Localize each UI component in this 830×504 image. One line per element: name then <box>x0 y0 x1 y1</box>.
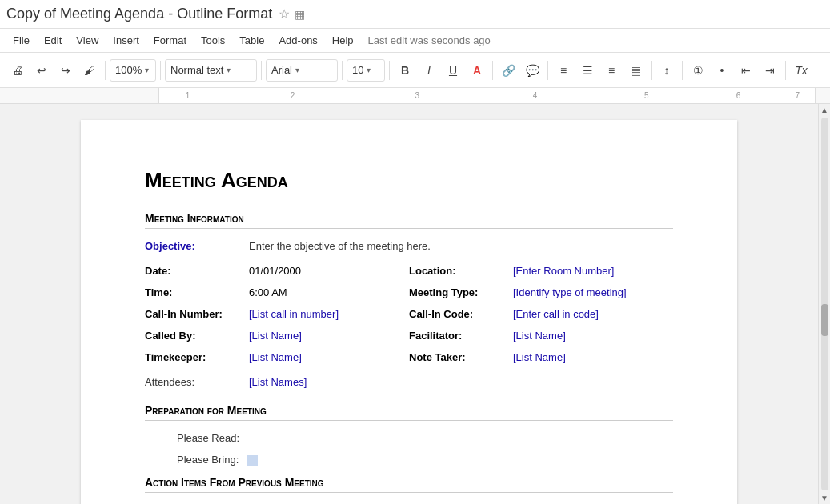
facilitator-label: Facilitator: <box>409 330 513 342</box>
facilitator-value: [List Name] <box>513 330 641 342</box>
separator-5 <box>389 61 390 80</box>
align-center-button[interactable]: ☰ <box>576 59 599 82</box>
align-right-button[interactable]: ≡ <box>600 59 623 82</box>
scroll-thumb[interactable] <box>821 304 828 336</box>
decrease-indent-button[interactable]: ⇤ <box>735 59 757 82</box>
scroll-up-button[interactable]: ▲ <box>820 106 828 114</box>
scroll-track[interactable] <box>821 118 828 490</box>
note-taker-value: [List Name] <box>513 351 641 363</box>
menu-format[interactable]: Format <box>147 32 193 49</box>
objective-label: Objective: <box>145 240 249 252</box>
ruler-mark-1: 1 <box>186 91 190 100</box>
ruler: 1 2 3 4 5 6 7 <box>0 88 830 104</box>
undo-button[interactable]: ↩ <box>30 59 53 82</box>
attendees-label: Attendees: <box>145 376 249 388</box>
redo-button[interactable]: ↪ <box>54 59 77 82</box>
prep-read-item: Please Read: <box>177 432 673 444</box>
action-items-heading: Action Items From Previous Meeting <box>145 476 673 493</box>
objective-value: Enter the objective of the meeting here. <box>249 240 431 252</box>
fields-grid: Date: 01/01/2000 Location: [Enter Room N… <box>145 265 673 368</box>
main-area: Meeting Agenda Meeting Information Objec… <box>0 104 830 504</box>
size-dropdown[interactable]: 10 ▾ <box>347 59 385 82</box>
prep-bring-label: Please Bring: <box>177 454 239 466</box>
doc-title[interactable]: Copy of Meeting Agenda - Outline Format <box>6 6 272 22</box>
date-label: Date: <box>145 265 249 277</box>
zoom-chevron: ▾ <box>145 66 149 74</box>
italic-button[interactable]: I <box>418 59 440 82</box>
preparation-section: Preparation for Meeting Please Read: Ple… <box>145 404 673 466</box>
folder-icon[interactable]: ▦ <box>295 8 305 21</box>
note-taker-label: Note Taker: <box>409 351 513 363</box>
callin-code-value: [Enter call in code] <box>513 308 641 320</box>
justify-button[interactable]: ▤ <box>624 59 647 82</box>
font-chevron: ▾ <box>295 66 299 74</box>
preparation-heading: Preparation for Meeting <box>145 404 673 421</box>
ruler-mark-6: 6 <box>736 91 741 100</box>
timekeeper-label: Timekeeper: <box>145 351 249 363</box>
menu-tools[interactable]: Tools <box>194 32 231 49</box>
info-row-5: Timekeeper: [List Name] Note Taker: [Lis… <box>145 351 673 368</box>
menu-file[interactable]: File <box>6 32 36 49</box>
prep-read-label: Please Read: <box>177 432 239 444</box>
info-row-3: Call-In Number: [List call in number] Ca… <box>145 308 673 325</box>
separator-10 <box>785 61 786 80</box>
prep-bring-placeholder <box>247 455 258 466</box>
time-value: 6:00 AM <box>249 286 377 298</box>
zoom-dropdown[interactable]: 100% ▾ <box>110 59 156 82</box>
date-value: 01/01/2000 <box>249 265 377 277</box>
font-value: Arial <box>271 64 292 76</box>
paint-format-button[interactable]: 🖌 <box>78 59 101 82</box>
align-left-button[interactable]: ≡ <box>552 59 575 82</box>
increase-indent-button[interactable]: ⇥ <box>759 59 781 82</box>
ruler-mark-7: 7 <box>795 91 800 100</box>
objective-row: Objective: Enter the objective of the me… <box>145 240 673 252</box>
info-row-2: Time: 6:00 AM Meeting Type: [Identify ty… <box>145 286 673 303</box>
attendees-value: [List Names] <box>249 376 307 388</box>
style-value: Normal text <box>170 64 223 76</box>
action-items-section: Action Items From Previous Meeting Item/… <box>145 476 673 504</box>
timekeeper-value: [List Name] <box>249 351 377 363</box>
numbered-list-button[interactable]: ① <box>687 59 709 82</box>
meeting-info-section: Meeting Information Objective: Enter the… <box>145 212 673 388</box>
menu-edit[interactable]: Edit <box>38 32 68 49</box>
callin-code-label: Call-In Code: <box>409 308 513 320</box>
doc-heading: Meeting Agenda <box>145 168 673 193</box>
line-spacing-button[interactable]: ↕ <box>656 59 678 82</box>
page-area[interactable]: Meeting Agenda Meeting Information Objec… <box>0 104 818 504</box>
prep-bring-item: Please Bring: <box>177 454 673 466</box>
separator-6 <box>492 61 493 80</box>
zoom-value: 100% <box>115 64 142 76</box>
menu-bar: File Edit View Insert Format Tools Table… <box>0 29 830 53</box>
bold-button[interactable]: B <box>394 59 416 82</box>
font-dropdown[interactable]: Arial ▾ <box>266 59 338 82</box>
link-button[interactable]: 🔗 <box>497 59 519 82</box>
star-icon[interactable]: ☆ <box>279 6 290 22</box>
separator-8 <box>651 61 652 80</box>
style-dropdown[interactable]: Normal text ▾ <box>165 59 257 82</box>
separator-2 <box>160 61 161 80</box>
menu-table[interactable]: Table <box>233 32 271 49</box>
info-row-4: Called By: [List Name] Facilitator: [Lis… <box>145 330 673 346</box>
text-color-button[interactable]: A <box>466 59 488 82</box>
menu-insert[interactable]: Insert <box>106 32 146 49</box>
comment-button[interactable]: 💬 <box>521 59 543 82</box>
separator-4 <box>342 61 343 80</box>
meeting-type-label: Meeting Type: <box>409 286 513 298</box>
callin-num-value: [List call in number] <box>249 308 377 320</box>
scrollbar[interactable]: ▲ ▼ <box>818 104 830 504</box>
separator-9 <box>682 61 683 80</box>
print-button[interactable]: 🖨 <box>6 59 29 82</box>
menu-addons[interactable]: Add-ons <box>272 32 323 49</box>
info-row-1: Date: 01/01/2000 Location: [Enter Room N… <box>145 265 673 282</box>
menu-view[interactable]: View <box>70 32 105 49</box>
callin-num-label: Call-In Number: <box>145 308 249 320</box>
last-edit-status: Last edit was seconds ago <box>368 34 491 46</box>
underline-button[interactable]: U <box>442 59 464 82</box>
bulleted-list-button[interactable]: • <box>711 59 733 82</box>
size-chevron: ▾ <box>367 66 371 74</box>
separator-3 <box>261 61 262 80</box>
clear-formatting-button[interactable]: Tx <box>790 59 812 82</box>
scroll-down-button[interactable]: ▼ <box>820 494 828 502</box>
location-value: [Enter Room Number] <box>513 265 641 277</box>
menu-help[interactable]: Help <box>326 32 360 49</box>
